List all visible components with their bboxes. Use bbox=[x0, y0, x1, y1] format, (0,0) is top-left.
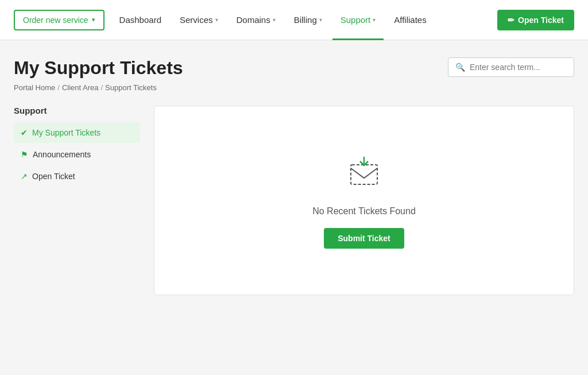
search-icon: 🔍 bbox=[455, 63, 465, 72]
sidebar-label-announcements: Announcements bbox=[33, 150, 91, 159]
nav-dashboard[interactable]: Dashboard bbox=[111, 0, 169, 40]
external-link-icon: ↗ bbox=[21, 172, 28, 181]
domains-chevron-icon: ▾ bbox=[273, 17, 276, 23]
nav-support[interactable]: Support ▾ bbox=[332, 0, 384, 40]
main-panel: No Recent Tickets Found Submit Ticket bbox=[154, 106, 574, 295]
order-new-service-button[interactable]: Order new service ▾ bbox=[14, 10, 105, 30]
services-chevron-icon: ▾ bbox=[215, 17, 218, 23]
pencil-icon: ✏ bbox=[508, 16, 514, 25]
main-layout: Support ✔ My Support Tickets ⚑ Announcem… bbox=[14, 106, 574, 295]
nav-billing[interactable]: Billing ▾ bbox=[286, 0, 330, 40]
page-content: My Support Tickets 🔍 Portal Home / Clien… bbox=[0, 40, 588, 312]
page-header: My Support Tickets 🔍 bbox=[14, 57, 574, 79]
breadcrumb: Portal Home / Client Area / Support Tick… bbox=[14, 83, 574, 92]
sidebar-label-my-support-tickets: My Support Tickets bbox=[32, 128, 100, 137]
svg-rect-0 bbox=[351, 165, 377, 184]
no-tickets-text: No Recent Tickets Found bbox=[312, 206, 416, 217]
sidebar: Support ✔ My Support Tickets ⚑ Announcem… bbox=[14, 106, 140, 295]
breadcrumb-sep-2: / bbox=[100, 83, 103, 92]
nav-domains[interactable]: Domains ▾ bbox=[229, 0, 284, 40]
order-service-label: Order new service bbox=[23, 16, 88, 25]
dropdown-chevron-icon: ▾ bbox=[92, 16, 95, 24]
page-title: My Support Tickets bbox=[14, 57, 183, 79]
billing-chevron-icon: ▾ bbox=[319, 17, 322, 23]
breadcrumb-current: Support Tickets bbox=[105, 83, 157, 92]
support-chevron-icon: ▾ bbox=[373, 17, 376, 23]
sidebar-item-open-ticket[interactable]: ↗ Open Ticket bbox=[14, 166, 140, 187]
breadcrumb-portal-home[interactable]: Portal Home bbox=[14, 83, 55, 92]
submit-ticket-button[interactable]: Submit Ticket bbox=[324, 228, 404, 249]
search-input[interactable] bbox=[470, 63, 567, 72]
check-icon: ✔ bbox=[21, 128, 28, 137]
nav-services[interactable]: Services ▾ bbox=[172, 0, 226, 40]
breadcrumb-sep-1: / bbox=[57, 83, 60, 92]
no-tickets-icon-wrapper bbox=[344, 152, 384, 195]
sidebar-item-announcements[interactable]: ⚑ Announcements bbox=[14, 144, 140, 165]
open-ticket-button[interactable]: ✏ Open Ticket bbox=[497, 10, 574, 30]
navbar: Order new service ▾ Dashboard Services ▾… bbox=[0, 0, 588, 40]
sidebar-item-my-support-tickets[interactable]: ✔ My Support Tickets bbox=[14, 122, 140, 143]
flag-icon: ⚑ bbox=[21, 150, 28, 159]
no-tickets-icon bbox=[344, 152, 384, 192]
search-box: 🔍 bbox=[448, 57, 574, 77]
sidebar-title: Support bbox=[14, 106, 140, 115]
sidebar-label-open-ticket: Open Ticket bbox=[32, 172, 75, 181]
breadcrumb-client-area[interactable]: Client Area bbox=[62, 83, 99, 92]
nav-affiliates[interactable]: Affiliates bbox=[386, 0, 434, 40]
